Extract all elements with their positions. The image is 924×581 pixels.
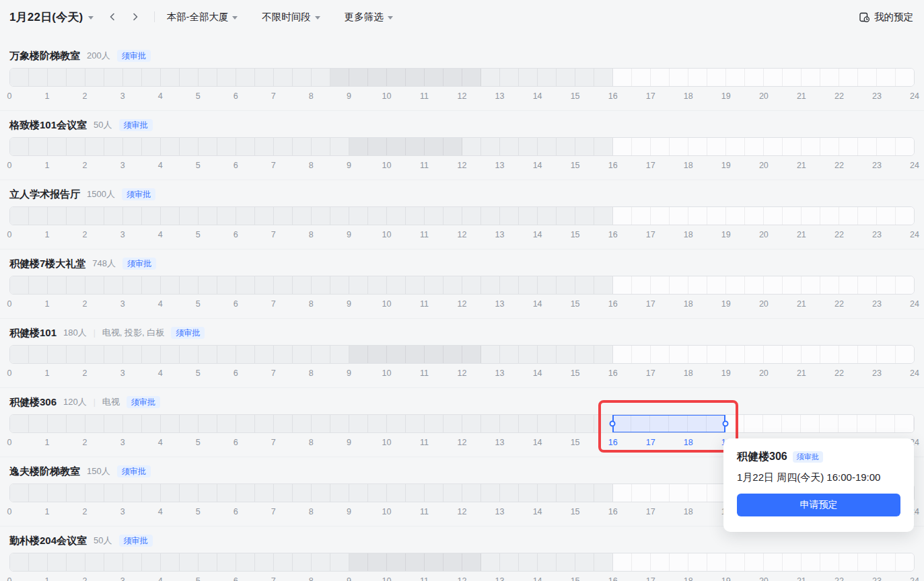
timeslot-cell[interactable] bbox=[632, 484, 651, 502]
timeslot-cell[interactable] bbox=[67, 69, 85, 86]
timeslot-cell[interactable] bbox=[500, 346, 519, 363]
timeslot-cell[interactable] bbox=[10, 276, 29, 294]
timeline-bar[interactable] bbox=[9, 137, 915, 156]
timeslot-cell[interactable] bbox=[877, 553, 896, 571]
timeslot-cell[interactable] bbox=[10, 207, 29, 225]
timeslot-cell[interactable] bbox=[613, 207, 632, 225]
timeslot-cell[interactable] bbox=[726, 276, 745, 294]
timeslot-cell[interactable] bbox=[217, 207, 236, 225]
timeslot-cell[interactable] bbox=[745, 276, 764, 294]
timeslot-cell[interactable] bbox=[651, 553, 670, 571]
timeslot-cell[interactable] bbox=[10, 553, 29, 571]
filter-timerange[interactable]: 不限时间段 bbox=[262, 11, 320, 24]
timeslot-cell[interactable] bbox=[726, 207, 745, 225]
timeslot-cell[interactable] bbox=[67, 346, 85, 363]
timeslot-cell[interactable] bbox=[387, 138, 406, 155]
timeslot-cell[interactable] bbox=[29, 207, 48, 225]
timeslot-cell[interactable] bbox=[820, 276, 839, 294]
timeslot-cell[interactable] bbox=[820, 346, 839, 363]
timeslot-cell[interactable] bbox=[312, 553, 330, 571]
timeslot-cell[interactable] bbox=[104, 484, 123, 502]
timeslot-cell[interactable] bbox=[670, 207, 688, 225]
timeslot-cell[interactable] bbox=[632, 553, 651, 571]
timeslot-cell[interactable] bbox=[349, 276, 368, 294]
timeslot-cell[interactable] bbox=[802, 276, 820, 294]
timeslot-cell[interactable] bbox=[67, 138, 85, 155]
timeslot-cell[interactable] bbox=[312, 69, 330, 86]
timeslot-cell[interactable] bbox=[594, 346, 613, 363]
timeslot-cell[interactable] bbox=[877, 69, 896, 86]
timeslot-cell[interactable] bbox=[10, 69, 29, 86]
timeslot-cell[interactable] bbox=[180, 138, 199, 155]
timeslot-cell[interactable] bbox=[29, 276, 48, 294]
timeslot-cell[interactable] bbox=[425, 415, 443, 432]
timeslot-cell[interactable] bbox=[368, 207, 387, 225]
timeslot-cell[interactable] bbox=[293, 553, 312, 571]
timeslot-cell[interactable] bbox=[519, 484, 538, 502]
timeslot-cell[interactable] bbox=[783, 553, 802, 571]
timeslot-cell[interactable] bbox=[10, 346, 29, 363]
timeslot-cell[interactable] bbox=[29, 484, 48, 502]
timeslot-cell[interactable] bbox=[858, 276, 877, 294]
timeslot-cell[interactable] bbox=[180, 415, 199, 432]
timeslot-cell[interactable] bbox=[67, 415, 85, 432]
timeslot-cell[interactable] bbox=[538, 346, 557, 363]
timeslot-cell[interactable] bbox=[67, 276, 85, 294]
timeslot-cell[interactable] bbox=[707, 346, 726, 363]
timeslot-cell[interactable] bbox=[670, 553, 688, 571]
timeslot-cell[interactable] bbox=[406, 553, 425, 571]
timeslot-cell[interactable] bbox=[538, 553, 557, 571]
timeslot-cell[interactable] bbox=[500, 276, 519, 294]
timeslot-cell[interactable] bbox=[462, 138, 481, 155]
timeslot-cell[interactable] bbox=[255, 276, 274, 294]
timeslot-cell[interactable] bbox=[462, 207, 481, 225]
timeslot-cell[interactable] bbox=[349, 346, 368, 363]
timeslot-cell[interactable] bbox=[123, 138, 142, 155]
timeslot-cell[interactable] bbox=[651, 69, 670, 86]
timeline-bar[interactable] bbox=[9, 553, 915, 572]
timeslot-cell[interactable] bbox=[104, 276, 123, 294]
timeslot-cell[interactable] bbox=[349, 484, 368, 502]
timeslot-cell[interactable] bbox=[594, 553, 613, 571]
timeslot-cell[interactable] bbox=[839, 276, 858, 294]
timeslot-cell[interactable] bbox=[29, 346, 48, 363]
timeslot-cell[interactable] bbox=[802, 346, 820, 363]
timeslot-cell[interactable] bbox=[142, 207, 161, 225]
timeslot-cell[interactable] bbox=[613, 346, 632, 363]
timeslot-cell[interactable] bbox=[557, 415, 575, 432]
timeslot-cell[interactable] bbox=[651, 346, 670, 363]
timeslot-cell[interactable] bbox=[330, 484, 349, 502]
timeslot-cell[interactable] bbox=[462, 276, 481, 294]
date-picker[interactable]: 1月22日(今天) bbox=[9, 9, 94, 25]
timeslot-cell[interactable] bbox=[217, 484, 236, 502]
timeslot-cell[interactable] bbox=[688, 484, 707, 502]
timeslot-cell[interactable] bbox=[575, 138, 594, 155]
timeslot-cell[interactable] bbox=[876, 415, 895, 432]
timeslot-cell[interactable] bbox=[425, 138, 443, 155]
timeslot-cell[interactable] bbox=[745, 69, 764, 86]
timeslot-cell[interactable] bbox=[180, 553, 199, 571]
timeslot-cell[interactable] bbox=[594, 484, 613, 502]
timeslot-cell[interactable] bbox=[274, 207, 293, 225]
timeslot-cell[interactable] bbox=[293, 276, 312, 294]
timeslot-cell[interactable] bbox=[481, 276, 500, 294]
timeslot-cell[interactable] bbox=[744, 415, 763, 432]
timeslot-cell[interactable] bbox=[462, 484, 481, 502]
timeslot-cell[interactable] bbox=[48, 276, 67, 294]
timeslot-cell[interactable] bbox=[594, 69, 613, 86]
timeslot-cell[interactable] bbox=[481, 484, 500, 502]
timeslot-cell[interactable] bbox=[368, 138, 387, 155]
timeslot-cell[interactable] bbox=[688, 346, 707, 363]
timeslot-cell[interactable] bbox=[274, 138, 293, 155]
timeslot-cell[interactable] bbox=[858, 138, 877, 155]
timeslot-cell[interactable] bbox=[519, 138, 538, 155]
timeslot-cell[interactable] bbox=[688, 69, 707, 86]
timeslot-cell[interactable] bbox=[48, 69, 67, 86]
timeslot-cell[interactable] bbox=[48, 484, 67, 502]
timeslot-cell[interactable] bbox=[877, 138, 896, 155]
timeslot-cell[interactable] bbox=[651, 207, 670, 225]
timeslot-cell[interactable] bbox=[406, 415, 425, 432]
timeslot-cell[interactable] bbox=[123, 276, 142, 294]
timeslot-cell[interactable] bbox=[481, 415, 500, 432]
timeslot-cell[interactable] bbox=[199, 69, 217, 86]
